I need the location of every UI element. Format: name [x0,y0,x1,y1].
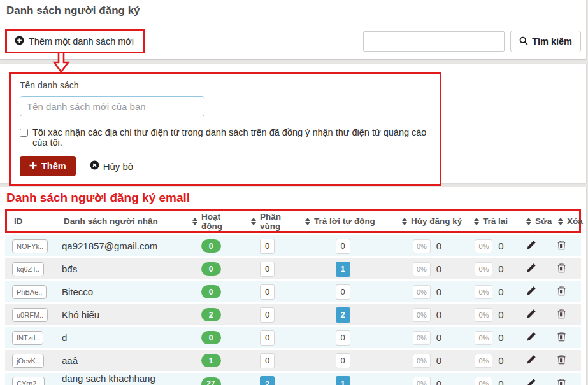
unsubscribe-count: 0 [436,263,441,274]
unsubscribe-count: 0 [436,355,441,366]
search-button[interactable]: Tìm kiếm [510,31,581,52]
count-badge: 2 [336,307,350,323]
cancel-button[interactable]: Hủy bỏ [90,160,134,172]
unsubscribe-stats: 0%0 [413,308,441,322]
sort-icon [526,218,531,225]
row-id-badge[interactable]: kq6ZT.. [12,262,44,276]
submit-button[interactable]: Thêm [20,156,76,176]
bounce-rate: 0% [475,239,492,253]
delete-button[interactable] [556,284,568,299]
row-id-badge[interactable]: NOFYk.. [12,239,48,253]
table-header-row: IDDanh sách người nhậnHoạt độngPhân vùng… [5,209,581,233]
delete-button[interactable] [556,307,568,322]
count-badge: 0 [336,284,350,300]
column-header-label: Phân vùng [260,212,296,231]
edit-button[interactable] [525,307,538,322]
pencil-icon [526,263,536,275]
search-icon [519,36,528,47]
edit-button[interactable] [525,239,538,253]
confirm-checkbox[interactable] [20,129,28,137]
cancel-button-label: Hủy bỏ [103,161,134,172]
table-row: u0RFM..Khó hiểu2020%00%0 [5,304,581,325]
bounce-stats: 0%0 [475,239,503,253]
column-header[interactable]: Hủy đăng ký [393,216,465,226]
row-id-badge[interactable]: u0RFM.. [12,308,48,322]
column-header[interactable]: Phân vùng [242,212,296,231]
unsubscribe-stats: 0%0 [413,285,441,299]
edit-button[interactable] [525,330,538,345]
column-header-label: Danh sách người nhận [64,216,158,226]
bounce-count: 0 [498,263,503,274]
unsubscribe-stats: 0%0 [413,239,441,253]
count-badge: 0 [260,239,275,254]
column-header: ID [7,216,55,226]
bounce-rate: 0% [475,285,492,299]
search-group: Tìm kiếm [363,31,581,52]
table-row: NOFYk..qa921857@gmail.com0000%00%0 [5,235,581,256]
unsubscribe-rate: 0% [413,354,431,368]
column-header[interactable]: Hoạt động [183,212,242,231]
list-name-label: Tên danh sách [20,80,431,90]
row-id-badge[interactable]: INTzd.. [12,331,43,345]
list-name-input[interactable] [20,96,204,116]
count-badge: 0 [336,239,350,254]
row-id-badge[interactable]: jOevK.. [12,354,44,368]
unsubscribe-stats: 0%0 [413,262,441,276]
column-header[interactable]: Sửa [517,216,549,226]
bounce-rate: 0% [475,377,492,385]
sort-icon [251,218,256,225]
row-id-badge[interactable]: CYrp2.. [12,377,45,385]
active-count-badge: 0 [201,239,221,253]
delete-button[interactable] [556,330,568,345]
pencil-icon [526,332,536,344]
column-header-label: Hủy đăng ký [411,216,462,226]
search-input[interactable] [363,31,505,52]
add-list-button[interactable]: Thêm một danh sách mới [7,31,143,52]
list-name: dang sach khachhang linkedin [62,373,182,385]
delete-button[interactable] [556,262,568,276]
new-list-form-card: Tên danh sách Tôi xác nhận các địa chỉ t… [0,64,586,183]
trash-icon [557,354,566,367]
section-heading: Danh sách người đăng ký email [5,187,586,209]
unsubscribe-count: 0 [436,241,441,251]
form-buttons: Thêm Hủy bỏ [20,156,431,176]
list-name: qa921857@gmail.com [62,241,157,251]
column-header[interactable]: Trả lại [465,216,517,226]
plus-circle-icon [15,36,24,47]
annotation-box-form: Tên danh sách Tôi xác nhận các địa chỉ t… [9,72,441,186]
delete-button[interactable] [556,353,568,368]
subscriber-table-card: Danh sách người đăng ký email IDDanh sác… [0,187,586,385]
bounce-stats: 0%0 [475,285,503,299]
column-header-label: Xóa [567,216,583,226]
active-count-badge: 0 [201,331,221,344]
pencil-icon [526,354,536,367]
unsubscribe-rate: 0% [413,331,431,345]
pencil-icon [526,309,536,321]
list-name: aaâ [62,355,78,366]
bounce-count: 0 [498,286,503,297]
search-button-label: Tìm kiếm [532,36,572,46]
trash-icon [557,263,566,275]
row-id-badge[interactable]: PhBAe.. [12,285,47,299]
bounce-count: 0 [498,241,503,251]
trash-icon [557,309,566,321]
edit-button[interactable] [525,262,538,276]
unsubscribe-rate: 0% [413,377,431,385]
page-title: Danh sách người đăng ký [6,4,140,17]
edit-button[interactable] [525,284,538,299]
column-header[interactable]: Trả lời tự động [296,216,393,226]
list-name: d [62,332,67,343]
count-badge: 0 [260,284,275,300]
annotation-box-add-button: Thêm một danh sách mới [5,29,145,53]
sort-icon [192,218,197,225]
edit-button[interactable] [525,353,538,368]
unsubscribe-count: 0 [436,332,441,343]
trash-icon [557,378,566,385]
top-card: Danh sách người đăng ký Thêm một danh sá… [0,0,586,59]
column-header[interactable]: Xóa [549,216,578,226]
delete-button[interactable] [556,377,568,385]
count-badge: 0 [260,330,275,346]
delete-button[interactable] [556,239,568,253]
edit-button[interactable] [525,377,538,385]
bounce-stats: 0%0 [475,308,503,322]
